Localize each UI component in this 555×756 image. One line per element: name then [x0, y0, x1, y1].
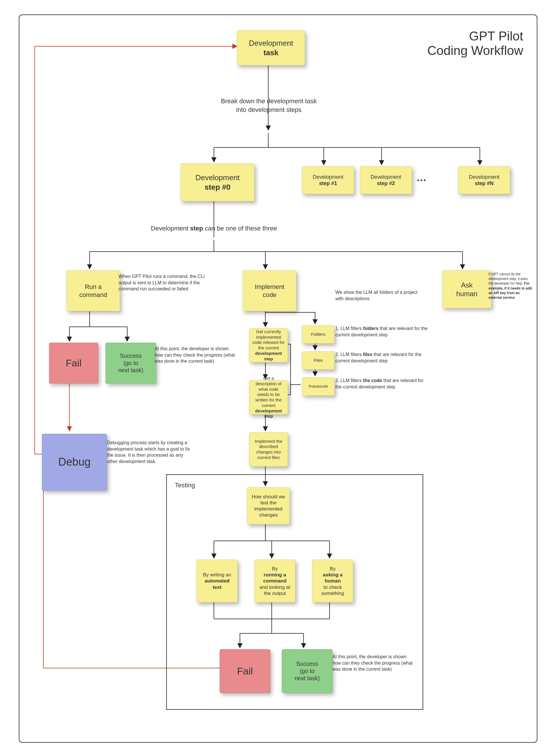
node-step-2: Development step #2: [360, 166, 412, 194]
breakdown-l2: into development steps: [197, 106, 341, 114]
step2-l1: Development: [371, 174, 401, 181]
ask-human-l2: human: [456, 289, 477, 298]
steps-ellipsis: …: [416, 171, 427, 185]
title-line2: Coding Workflow: [427, 43, 523, 58]
branch-b: step: [190, 225, 203, 232]
node-test-command: By running a command and looking at the …: [254, 560, 295, 602]
f3-pre: 3. LLM filters: [335, 378, 363, 383]
pseudocode-text: Pseudocode: [309, 384, 328, 389]
hum-pre: By: [330, 566, 336, 572]
get-desc-pre: Get a description of what code needs to …: [252, 376, 285, 408]
auto-b: automated test: [200, 578, 234, 590]
folders-text: Folders: [311, 332, 326, 337]
diagram-canvas: { "title": {"line1": "GPT Pilot", "line2…: [0, 0, 555, 756]
node-testing-question: How should we test the implemented chang…: [247, 487, 290, 524]
dev-task-l1: Development: [249, 38, 293, 48]
cmd-post: and looking at the output: [258, 584, 292, 597]
cmd-b: running a command: [258, 572, 292, 584]
note-folders-intro: We show the LLM all folders of a project…: [335, 289, 422, 302]
node-test-auto: By writing an automated test: [197, 560, 238, 602]
node-implement-code: Implement code: [243, 270, 296, 311]
node-get-description: Get a description of what code needs to …: [249, 380, 288, 414]
node-step-0: Development step #0: [181, 163, 254, 201]
branch-post: can be one of these three: [203, 225, 277, 232]
node-step-1: Development step #1: [302, 166, 354, 194]
node-get-relevant-code: Get currently implemented code relevant …: [249, 328, 288, 362]
testing-label: Testing: [175, 482, 195, 489]
node-run-command: Run a command: [67, 270, 120, 311]
apply-text: Implement the described changes into cur…: [252, 439, 285, 461]
testing-fail-label: Fail: [237, 665, 253, 677]
get-code-pre: Get currently implemented code relevant …: [252, 329, 285, 351]
node-fail-testing: Fail: [220, 649, 270, 693]
success-l3: next task): [118, 367, 143, 374]
success-l1: Success: [120, 352, 142, 359]
step2-l2: step #2: [377, 180, 395, 187]
branch-pre: Development: [151, 225, 190, 232]
f1-b: folders: [363, 326, 378, 331]
ask-human-l1: Ask: [461, 281, 473, 289]
t-success-l2: (go to: [300, 668, 314, 675]
stepn-l1: Development: [469, 174, 500, 181]
step1-l1: Development: [313, 174, 343, 181]
step0-l1: Development: [196, 173, 240, 183]
breakdown-l1: Break down the development task: [197, 97, 341, 106]
f2-pre: 2. LLM filters: [335, 352, 363, 357]
testing-q: How should we test the implemented chang…: [250, 494, 287, 518]
node-step-n: Development step #N: [458, 166, 510, 194]
note-debug: Debugging process starts by creating a d…: [107, 440, 194, 465]
note-ask-human: If GPT cannot do the development step, i…: [488, 272, 533, 300]
dev-task-l2: task: [263, 48, 279, 57]
node-test-human: By asking a human to check something: [312, 560, 353, 602]
note-success-testing: At this point, the developer is shown ho…: [332, 653, 413, 672]
impl-l2: code: [263, 291, 276, 299]
note-filter-code: 3. LLM filters the code that are relevan…: [335, 377, 431, 390]
auto-pre: By writing an: [203, 572, 231, 578]
node-development-task: Development task: [237, 30, 305, 65]
node-folders: Folders: [302, 325, 335, 344]
t-success-l1: Success: [296, 660, 318, 668]
node-success-testing: Success (go to next task): [282, 649, 332, 693]
get-code-b: development step: [252, 351, 285, 362]
f1-pre: 1. LLM filters: [335, 326, 363, 331]
run-cmd-l1: Run a: [85, 283, 102, 291]
caption-breakdown: Break down the development task into dev…: [197, 97, 341, 114]
run-cmd-l2: command: [79, 291, 107, 299]
t-success-l3: next task): [295, 675, 320, 682]
note-filter-folders: 1. LLM filters folders that are relevant…: [335, 325, 431, 338]
success-l2: (go to: [123, 359, 138, 367]
get-desc-b: development step: [252, 408, 285, 420]
note-success-runcmd: At this point, the developer is shown ho…: [155, 346, 236, 364]
node-fail-runcmd: Fail: [49, 343, 98, 384]
hum-post: to check something: [315, 584, 350, 597]
node-debug: Debug: [42, 434, 107, 490]
stepn-l2: step #N: [475, 180, 494, 187]
ask-human-note-p: If GPT cannot do the development step, i…: [488, 272, 527, 285]
node-apply-changes: Implement the described changes into cur…: [249, 432, 288, 467]
files-text: Files: [314, 358, 323, 363]
note-filter-files: 2. LLM filters files that are relevant f…: [335, 351, 431, 364]
node-files: Files: [302, 351, 335, 370]
debug-label: Debug: [58, 455, 91, 469]
step1-l2: step #1: [319, 180, 337, 187]
caption-branch: Development step can be one of these thr…: [136, 224, 292, 233]
cmd-pre: By: [272, 566, 278, 572]
node-pseudocode: Pseudocode: [302, 377, 335, 396]
note-run-command: When GPT Pilot runs a command, the CLI o…: [119, 273, 205, 292]
node-ask-human: Ask human: [442, 270, 492, 308]
diagram-title: GPT Pilot Coding Workflow: [427, 29, 523, 58]
f3-b: the code: [363, 378, 382, 383]
f2-b: files: [363, 352, 372, 357]
step0-l2: step #0: [205, 183, 231, 192]
impl-l1: Implement: [255, 283, 285, 291]
title-line1: GPT Pilot: [427, 29, 523, 43]
node-success-runcmd: Success (go to next task): [105, 343, 156, 384]
hum-b: asking a human: [315, 572, 350, 584]
fail-label: Fail: [66, 357, 82, 369]
